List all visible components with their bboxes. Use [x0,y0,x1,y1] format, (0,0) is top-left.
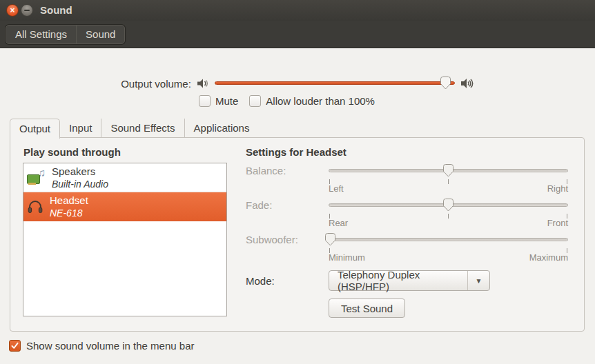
tab-input[interactable]: Input [60,119,101,137]
device-name: Headset [50,194,88,208]
toolbar: All Settings Sound [0,21,595,48]
output-volume-row: Output volume: [0,76,595,91]
sound-settings-window: { "window": { "title": "Sound" }, "toolb… [0,0,595,364]
device-list-heading: Play sound through [23,146,121,158]
window-title: Sound [40,4,72,16]
balance-mark-right: Right [547,183,568,194]
mode-selected-value: Telephony Duplex (HSP/HFP) [338,269,467,292]
fade-mark-left: Rear [329,218,348,228]
mode-dropdown[interactable]: Telephony Duplex (HSP/HFP) ▼ [329,270,490,291]
settings-heading: Settings for Headset [246,146,347,158]
fade-marks: Rear Front [329,218,568,228]
show-volume-checkbox[interactable] [9,340,21,352]
list-item-speakers[interactable]: ♫ Speakers Built-in Audio [23,163,226,192]
device-text: Speakers Built-in Audio [52,165,108,191]
footer: Show sound volume in the menu bar [9,340,194,352]
mute-checkbox[interactable] [199,95,211,107]
allow-louder-option: Allow louder than 100% [249,95,375,107]
sound-card-icon: ♫ [27,168,46,187]
tab-sound-effects[interactable]: Sound Effects [101,119,184,137]
balance-handle[interactable] [443,164,453,179]
fade-handle[interactable] [443,199,453,214]
chevron-down-icon: ▼ [468,277,489,285]
fade-label: Fade: [246,199,272,211]
output-volume-slider[interactable] [215,76,455,91]
balance-label: Balance: [246,165,286,176]
device-name: Speakers [52,165,108,179]
volume-low-icon [197,77,209,90]
mode-label: Mode: [246,275,275,287]
allow-louder-checkbox[interactable] [249,95,261,107]
check-icon [10,341,19,350]
tab-output[interactable]: Output [10,119,60,139]
sound-breadcrumb-button[interactable]: Sound [76,26,124,43]
all-settings-button[interactable]: All Settings [6,26,76,43]
mute-option: Mute [199,95,238,107]
device-detail: Built-in Audio [52,178,108,190]
show-volume-label: Show sound volume in the menu bar [26,340,194,352]
titlebar: × Sound [0,0,595,21]
tab-bar: Output Input Sound Effects Applications [10,119,258,138]
fade-mark-right: Front [547,218,568,228]
minimize-glyph [24,10,30,11]
subwoofer-handle[interactable] [325,233,335,248]
output-volume-track[interactable] [215,81,455,85]
subwoofer-label: Subwoofer: [246,234,298,245]
subwoofer-mark-left: Minimum [329,252,365,263]
test-sound-button[interactable]: Test Sound [329,299,405,318]
balance-mark-left: Left [329,183,344,194]
device-text: Headset NE-618 [50,194,88,220]
balance-marks: Left Right [329,183,568,194]
output-tab-panel: Play sound through ♫ Speakers Built-in A… [10,137,585,332]
tab-applications[interactable]: Applications [184,119,259,137]
subwoofer-mark-right: Maximum [529,252,568,263]
subwoofer-marks: Minimum Maximum [329,252,568,263]
mute-label: Mute [215,95,238,107]
close-icon[interactable]: × [6,4,19,17]
output-volume-label: Output volume: [121,78,191,90]
list-item-headset[interactable]: Headset NE-618 [23,192,226,221]
headphones-icon [27,199,43,215]
volume-options-row: Mute Allow louder than 100% [199,95,375,107]
subwoofer-slider[interactable] [329,238,568,241]
volume-high-icon [460,77,474,90]
card-pins [28,183,36,185]
allow-louder-label: Allow louder than 100% [266,95,375,107]
device-detail: NE-618 [50,207,88,219]
device-list: ♫ Speakers Built-in Audio Headset NE-618 [23,163,227,316]
breadcrumb: All Settings Sound [6,25,125,44]
minimize-icon[interactable] [21,4,33,17]
output-volume-handle[interactable] [440,77,451,92]
